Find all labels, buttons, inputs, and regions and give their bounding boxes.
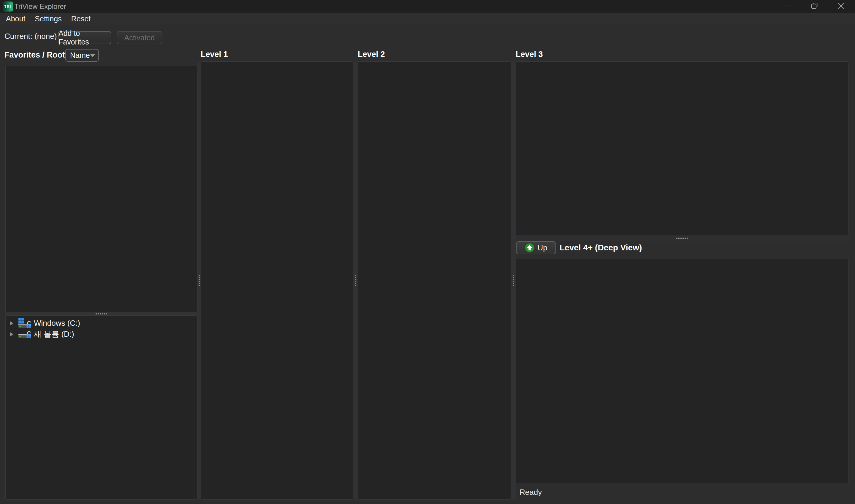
column-splitter-3[interactable] bbox=[511, 61, 516, 500]
deep-view-panel[interactable] bbox=[516, 259, 849, 484]
activated-button[interactable]: Activated bbox=[117, 31, 162, 44]
chevron-right-icon[interactable] bbox=[10, 332, 13, 336]
triview-logo-icon: T R I bbox=[3, 1, 13, 12]
close-icon bbox=[837, 2, 845, 11]
tree-row-volume-d[interactable]: 새 볼륨 (D:) bbox=[6, 329, 197, 340]
up-button-label: Up bbox=[537, 243, 547, 252]
windows-bitlocker-drive-icon bbox=[18, 318, 32, 329]
favorites-list-panel[interactable] bbox=[5, 66, 197, 312]
column-header-level1: Level 1 bbox=[201, 48, 228, 61]
column-splitter-1[interactable] bbox=[197, 61, 201, 500]
maximize-restore-button[interactable] bbox=[801, 0, 828, 13]
menu-item-about[interactable]: About bbox=[6, 15, 25, 23]
bitlocker-drive-icon bbox=[18, 329, 32, 340]
menu-bar: About Settings Reset bbox=[0, 13, 855, 25]
svg-text:I: I bbox=[11, 5, 11, 8]
column-splitter-2[interactable] bbox=[353, 61, 358, 500]
chevron-down-icon bbox=[90, 54, 95, 57]
restore-icon bbox=[810, 2, 818, 11]
chevron-right-icon[interactable] bbox=[10, 321, 13, 325]
favorites-roots-header: Favorites / Roots bbox=[4, 48, 69, 62]
tree-item-label: Windows (C:) bbox=[34, 319, 80, 328]
tree-row-windows-c[interactable]: Windows (C:) bbox=[6, 318, 197, 329]
column-header-level3: Level 3 bbox=[516, 48, 543, 61]
roots-tree-panel[interactable]: Windows (C:) 새 볼륨 (D:) bbox=[5, 315, 197, 500]
level3-list-panel[interactable] bbox=[516, 61, 849, 235]
sort-dropdown-value: Name bbox=[70, 51, 90, 60]
level2-list-panel[interactable] bbox=[358, 61, 511, 500]
svg-text:R: R bbox=[7, 5, 9, 8]
column-header-level2: Level 2 bbox=[358, 48, 385, 61]
add-to-favorites-button[interactable]: Add to Favorites bbox=[58, 31, 111, 44]
window-controls bbox=[774, 0, 854, 13]
current-selection-label: Current: (none) bbox=[4, 25, 57, 48]
status-text: Ready bbox=[520, 485, 542, 499]
app-window: T R I TriView Explorer bbox=[0, 0, 855, 504]
toolbar: Current: (none) Add to Favorites Activat… bbox=[0, 25, 855, 48]
favorites-tree-splitter[interactable] bbox=[5, 312, 197, 315]
tree-item-label: 새 볼륨 (D:) bbox=[34, 329, 74, 339]
minimize-button[interactable] bbox=[774, 0, 801, 13]
close-button[interactable] bbox=[828, 0, 854, 13]
level3-deepview-splitter[interactable] bbox=[516, 236, 849, 241]
menu-item-reset[interactable]: Reset bbox=[71, 15, 90, 23]
window-title: TriView Explorer bbox=[14, 0, 66, 13]
minimize-icon bbox=[784, 2, 791, 11]
deep-view-header: Level 4+ (Deep View) bbox=[560, 241, 642, 254]
sort-dropdown[interactable]: Name bbox=[65, 49, 99, 62]
svg-text:T: T bbox=[4, 5, 6, 8]
green-up-arrow-icon bbox=[525, 242, 535, 253]
up-button[interactable]: Up bbox=[516, 241, 556, 254]
level1-list-panel[interactable] bbox=[201, 61, 353, 500]
menu-item-settings[interactable]: Settings bbox=[35, 15, 62, 23]
title-bar[interactable]: T R I TriView Explorer bbox=[0, 0, 855, 13]
